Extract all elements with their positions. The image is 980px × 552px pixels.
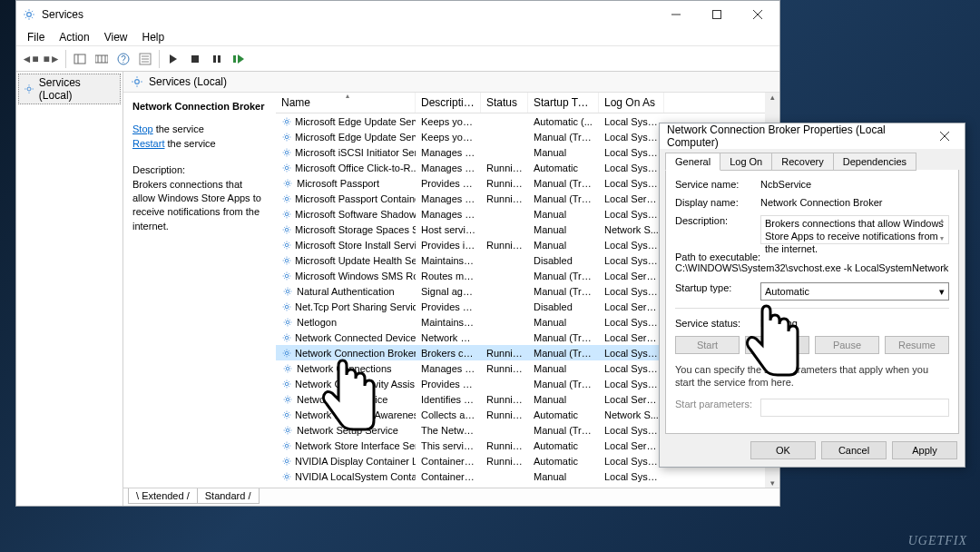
start-button[interactable]: Start bbox=[675, 336, 740, 354]
svg-marker-22 bbox=[238, 54, 244, 64]
gear-icon bbox=[281, 409, 292, 421]
svg-point-43 bbox=[286, 398, 289, 401]
gear-icon bbox=[281, 177, 294, 190]
gear-icon bbox=[281, 285, 294, 298]
detail-header: Services (Local) bbox=[123, 72, 779, 93]
close-button[interactable] bbox=[737, 2, 778, 27]
description-label: Description: bbox=[132, 163, 267, 177]
desc-scrollbar[interactable]: ▴▾ bbox=[936, 216, 948, 243]
svg-point-44 bbox=[285, 413, 289, 417]
gear-icon bbox=[281, 316, 294, 329]
svg-point-41 bbox=[286, 367, 289, 370]
table-row[interactable]: NVIDIA NetworkService Co...Container s..… bbox=[276, 484, 779, 487]
note-text: You can specify the start parameters tha… bbox=[675, 363, 949, 389]
minimize-button[interactable] bbox=[655, 2, 696, 27]
dialog-title: Network Connection Broker Properties (Lo… bbox=[667, 123, 926, 149]
properties-button[interactable] bbox=[135, 49, 155, 69]
gear-icon bbox=[23, 83, 35, 95]
col-startup[interactable]: Startup Type bbox=[528, 93, 599, 113]
stop-link[interactable]: Stop bbox=[132, 123, 153, 134]
list-header: Name▴ Description Status Startup Type Lo… bbox=[276, 93, 779, 113]
restart-service-button[interactable] bbox=[229, 49, 249, 69]
table-row[interactable]: NVIDIA LocalSystem Contai...Container s.… bbox=[276, 468, 779, 484]
description-box[interactable]: Brokers connections that allow Windows S… bbox=[760, 215, 949, 244]
resume-button[interactable]: Resume bbox=[885, 336, 949, 354]
gear-icon bbox=[281, 486, 292, 488]
display-name-value: Network Connection Broker bbox=[760, 197, 949, 208]
tab-general[interactable]: General bbox=[665, 153, 720, 171]
show-hide-tree-button[interactable] bbox=[70, 49, 90, 69]
restart-link[interactable]: Restart bbox=[132, 138, 164, 149]
svg-point-0 bbox=[27, 13, 32, 17]
svg-point-33 bbox=[285, 243, 289, 247]
menu-file[interactable]: File bbox=[20, 29, 52, 45]
svg-point-40 bbox=[285, 351, 289, 355]
gear-icon bbox=[131, 75, 143, 88]
cancel-button[interactable]: Cancel bbox=[821, 441, 887, 459]
tab-standard[interactable]: Standard / bbox=[197, 488, 260, 504]
svg-rect-18 bbox=[191, 55, 199, 63]
menu-action[interactable]: Action bbox=[52, 29, 96, 45]
gear-icon bbox=[281, 347, 292, 360]
forward-button[interactable]: ■► bbox=[42, 49, 62, 69]
menu-help[interactable]: Help bbox=[135, 29, 172, 45]
gear-icon bbox=[281, 254, 292, 267]
svg-rect-20 bbox=[218, 55, 220, 63]
svg-text:?: ? bbox=[121, 54, 126, 64]
tab-extended[interactable]: \ Extended / bbox=[128, 488, 198, 504]
help-button[interactable]: ? bbox=[113, 49, 133, 69]
gear-icon bbox=[281, 362, 294, 375]
stop-service-button[interactable] bbox=[185, 49, 205, 69]
gear-icon bbox=[281, 146, 292, 159]
svg-point-30 bbox=[285, 197, 289, 201]
properties-dialog: Network Connection Broker Properties (Lo… bbox=[659, 123, 965, 468]
gear-icon bbox=[281, 208, 292, 221]
chevron-down-icon: ▾ bbox=[939, 286, 945, 298]
detail-heading: Services (Local) bbox=[149, 75, 227, 88]
tab-recovery[interactable]: Recovery bbox=[771, 153, 833, 171]
dialog-titlebar: Network Connection Broker Properties (Lo… bbox=[660, 123, 965, 149]
apply-button[interactable]: Apply bbox=[892, 441, 957, 459]
toolbar: ◄■ ■► ? bbox=[16, 46, 779, 72]
gear-icon bbox=[281, 115, 292, 128]
start-params-input[interactable] bbox=[760, 399, 949, 417]
col-description[interactable]: Description bbox=[416, 93, 481, 113]
svg-point-28 bbox=[285, 166, 289, 170]
pause-service-button[interactable] bbox=[207, 49, 227, 69]
tab-dependencies[interactable]: Dependencies bbox=[833, 153, 916, 171]
svg-rect-5 bbox=[74, 54, 85, 64]
col-status[interactable]: Status bbox=[481, 93, 528, 113]
gear-icon bbox=[281, 439, 292, 452]
ok-button[interactable]: OK bbox=[750, 441, 816, 459]
dialog-tabs: General Log On Recovery Dependencies bbox=[660, 149, 965, 171]
svg-point-48 bbox=[285, 475, 289, 478]
start-params-label: Start parameters: bbox=[675, 399, 760, 409]
dialog-close-button[interactable] bbox=[926, 125, 963, 147]
gear-icon bbox=[281, 378, 292, 390]
svg-point-37 bbox=[285, 305, 289, 309]
svg-marker-17 bbox=[170, 54, 177, 64]
svg-point-25 bbox=[285, 120, 289, 123]
gear-icon bbox=[281, 192, 292, 205]
tab-logon[interactable]: Log On bbox=[720, 153, 772, 171]
startup-type-dropdown[interactable]: Automatic ▾ bbox=[760, 282, 949, 301]
maximize-button[interactable] bbox=[696, 2, 737, 27]
tree-root[interactable]: Services (Local) bbox=[18, 74, 121, 104]
info-pane: Network Connection Broker Stop the servi… bbox=[123, 93, 276, 488]
svg-point-47 bbox=[285, 459, 289, 463]
sort-asc-icon: ▴ bbox=[346, 93, 349, 100]
pause-button[interactable]: Pause bbox=[815, 336, 879, 354]
back-button[interactable]: ◄■ bbox=[20, 49, 40, 69]
menu-view[interactable]: View bbox=[97, 29, 135, 45]
export-button[interactable] bbox=[92, 49, 112, 69]
start-service-button[interactable] bbox=[163, 49, 183, 69]
svg-point-36 bbox=[286, 290, 289, 293]
service-status-label: Service status: bbox=[675, 318, 760, 329]
svg-point-39 bbox=[285, 336, 289, 340]
svg-point-35 bbox=[285, 274, 289, 278]
gear-icon bbox=[281, 393, 294, 406]
gear-icon bbox=[281, 424, 294, 437]
col-name[interactable]: Name▴ bbox=[276, 93, 416, 113]
col-logon[interactable]: Log On As bbox=[599, 93, 664, 113]
stop-button[interactable]: Stop bbox=[745, 336, 809, 354]
